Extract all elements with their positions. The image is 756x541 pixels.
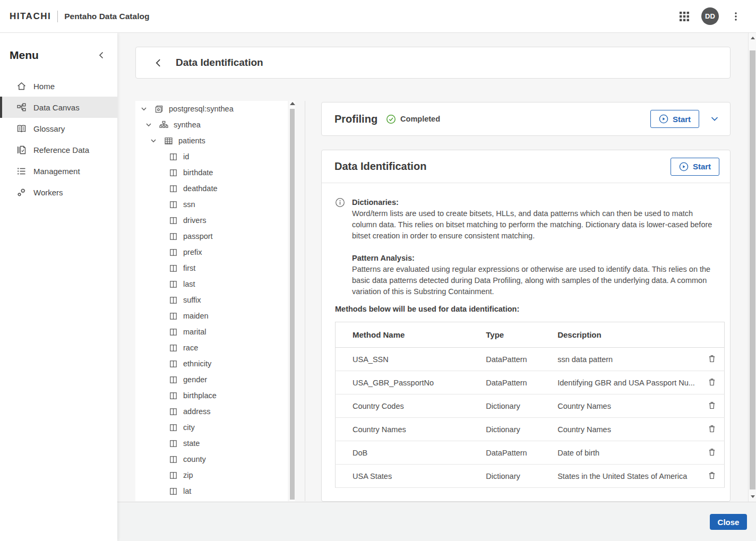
chevron-down-icon[interactable] <box>140 105 148 113</box>
tree-node-first[interactable]: first <box>135 260 288 276</box>
tree-node-deathdate[interactable]: deathdate <box>135 181 288 196</box>
column-icon <box>169 216 178 225</box>
tree-node-label: suffix <box>183 296 201 304</box>
tree-node-address[interactable]: address <box>135 403 288 419</box>
delete-method-button[interactable] <box>704 375 720 391</box>
tree-node-birthdate[interactable]: birthdate <box>135 165 288 181</box>
tree-node-patients[interactable]: patients <box>135 133 288 149</box>
tree-node-zip[interactable]: zip <box>135 467 288 483</box>
tree-node-drivers[interactable]: drivers <box>135 212 288 228</box>
tree-scrollbar-thumb[interactable] <box>290 109 295 500</box>
cell-type: Dictionary <box>469 465 540 488</box>
sidebar-item-glossary[interactable]: Glossary <box>0 118 117 139</box>
kebab-menu-icon[interactable] <box>727 8 744 25</box>
datasource-icon <box>154 105 164 114</box>
sidebar-item-home[interactable]: Home <box>0 75 117 97</box>
profiling-start-button[interactable]: Start <box>650 110 699 128</box>
column-icon <box>169 359 178 368</box>
cell-actions <box>700 418 725 441</box>
tree-node-gender[interactable]: gender <box>135 372 288 388</box>
tree-spacer <box>154 487 162 495</box>
tree-spacer <box>154 168 162 177</box>
delete-method-button[interactable] <box>704 468 720 484</box>
chevron-down-icon[interactable] <box>149 136 158 145</box>
page-scrollbar-thumb[interactable] <box>750 50 755 490</box>
tree-spacer <box>154 439 162 448</box>
dictionaries-text: Word/term lists are used to create bitse… <box>352 208 719 242</box>
identification-start-button[interactable]: Start <box>671 158 719 176</box>
delete-method-button[interactable] <box>704 422 720 437</box>
tree-node-label: race <box>183 344 198 352</box>
cell-type: Dictionary <box>469 418 540 441</box>
trash-icon <box>708 448 716 458</box>
identification-start-label: Start <box>693 162 711 171</box>
close-button[interactable]: Close <box>710 514 747 530</box>
tree-node-label: lat <box>183 487 191 495</box>
tree-node-label: prefix <box>183 248 202 256</box>
tree-node-ssn[interactable]: ssn <box>135 196 288 212</box>
tree-node-passport[interactable]: passport <box>135 228 288 244</box>
sidebar-item-management[interactable]: Management <box>0 160 117 182</box>
back-icon[interactable] <box>153 57 164 68</box>
delete-method-button[interactable] <box>704 445 720 461</box>
tree-node-id[interactable]: id <box>135 149 288 165</box>
collapse-sidebar-icon[interactable] <box>96 50 107 61</box>
tree-spacer <box>154 264 162 272</box>
tree-node-state[interactable]: state <box>135 435 288 451</box>
column-icon <box>169 439 178 448</box>
tree-scrollbar[interactable] <box>289 101 295 501</box>
apps-grid-icon[interactable] <box>676 8 693 25</box>
tree-spacer <box>154 375 162 384</box>
dictionaries-heading: Dictionaries: <box>352 198 399 207</box>
trash-icon <box>708 377 716 388</box>
tree-spacer <box>154 184 162 193</box>
sidebar-item-workers[interactable]: Workers <box>0 182 117 203</box>
column-icon <box>169 264 178 273</box>
tree-node-postgresql-synthea[interactable]: postgresql:synthea <box>135 101 288 117</box>
tree-node-label: last <box>183 280 195 288</box>
tree-node-suffix[interactable]: suffix <box>135 292 288 308</box>
page-scrollbar[interactable] <box>748 33 756 502</box>
chevron-down-icon[interactable] <box>144 121 153 129</box>
tree-node-maiden[interactable]: maiden <box>135 308 288 324</box>
tree-spacer <box>154 407 162 416</box>
column-icon <box>169 471 178 480</box>
delete-method-button[interactable] <box>704 351 720 367</box>
tree-spacer <box>154 216 162 225</box>
tree-node-label: address <box>183 407 211 416</box>
brand-divider <box>57 11 58 22</box>
sidebar-item-data-canvas[interactable]: Data Canvas <box>0 97 117 118</box>
scroll-up-icon[interactable] <box>290 102 295 105</box>
scroll-up-icon[interactable] <box>751 37 755 39</box>
sidebar-item-reference-data[interactable]: Reference Data <box>0 139 117 160</box>
scroll-down-icon[interactable] <box>751 495 755 498</box>
tree-node-birthplace[interactable]: birthplace <box>135 388 288 403</box>
top-header: HITACHI Pentaho Data Catalog DD <box>0 0 756 33</box>
tree-node-county[interactable]: county <box>135 451 288 467</box>
tree-node-label: state <box>183 439 200 448</box>
tree-node-label: maiden <box>183 312 209 320</box>
tree-node-lat[interactable]: lat <box>135 483 288 499</box>
tree-node-prefix[interactable]: prefix <box>135 244 288 260</box>
cell-name: Country Codes <box>336 394 469 418</box>
avatar[interactable]: DD <box>701 7 719 25</box>
info-icon <box>335 197 345 297</box>
product-title: Pentaho Data Catalog <box>64 12 149 21</box>
tree-node-last[interactable]: last <box>135 276 288 292</box>
tree-node-ethnicity[interactable]: ethnicity <box>135 356 288 372</box>
tree-node-label: ssn <box>183 200 195 209</box>
tree-node-synthea[interactable]: synthea <box>135 117 288 133</box>
tree-node-city[interactable]: city <box>135 419 288 435</box>
tree-node-label: birthdate <box>183 168 213 177</box>
cell-actions <box>700 348 725 371</box>
column-icon <box>169 248 178 257</box>
tree-node-race[interactable]: race <box>135 340 288 356</box>
tree-spacer <box>154 232 162 241</box>
expand-profiling-icon[interactable] <box>710 114 719 124</box>
tree-node-marital[interactable]: marital <box>135 324 288 340</box>
cell-description: ssn data pattern <box>540 348 699 371</box>
delete-method-button[interactable] <box>704 398 720 414</box>
profiling-title: Profiling <box>334 113 377 125</box>
status-text: Completed <box>400 115 440 123</box>
tree-spacer <box>154 344 162 352</box>
